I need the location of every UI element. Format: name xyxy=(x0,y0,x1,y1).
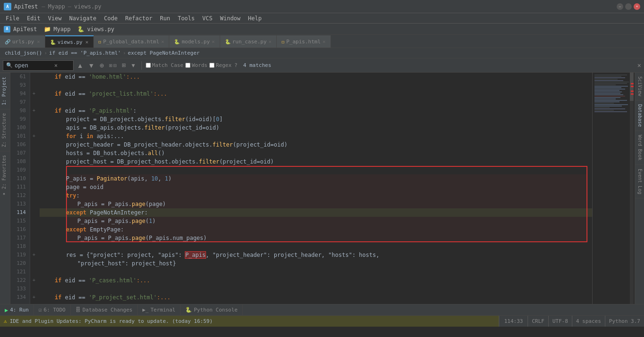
breadcrumb-separator-2: › xyxy=(123,50,126,56)
db-label: Database Changes xyxy=(83,307,132,313)
tab-global-html[interactable]: ◻ P_global_data.html × xyxy=(94,35,170,48)
find-in-path-button[interactable]: ⊕ xyxy=(98,62,106,69)
tool-todo[interactable]: ☑ 6: TODO xyxy=(34,304,71,315)
tab-icon-papis: ◻ xyxy=(281,39,284,44)
todo-label: 6: TODO xyxy=(44,307,66,313)
code-line-120: "project_host": project_host} xyxy=(40,259,592,268)
words-checkbox[interactable] xyxy=(185,63,190,68)
clear-search-icon[interactable]: × xyxy=(54,62,58,69)
menu-vcs[interactable]: VCS xyxy=(198,15,216,22)
search-close-button[interactable]: × xyxy=(637,62,641,69)
tab-close[interactable]: × xyxy=(37,39,40,45)
terminal-icon: ▶_ xyxy=(142,307,149,313)
breadcrumb-item-1[interactable]: child_json() xyxy=(5,50,42,56)
breadcrumb-item-2[interactable]: if eid == 'P_apis.html' xyxy=(49,50,121,56)
status-line-ending[interactable]: CRLF xyxy=(528,316,548,327)
prev-match-button[interactable]: ▲ xyxy=(75,62,85,69)
search-icon: 🔍 xyxy=(6,62,13,68)
tab-close-views[interactable]: × xyxy=(85,39,89,45)
replace-button[interactable]: ⊞⊟ xyxy=(107,63,118,68)
code-line-108: project_host = DB_project_host.objects.f… xyxy=(40,157,592,166)
menu-view[interactable]: View xyxy=(44,15,66,22)
code-line-111: page = ooid xyxy=(40,183,592,191)
line-num-119: 119 xyxy=(10,251,30,259)
search-bar: 🔍 × ▲ ▼ ⊕ ⊞⊟ ⊞ ▼ Match Case Words Regex … xyxy=(0,58,644,73)
right-tab-wordbook[interactable]: Word Book xyxy=(635,131,644,164)
line-num-118: 118 xyxy=(10,242,30,251)
tab-close-papis[interactable]: × xyxy=(322,39,326,45)
menu-run[interactable]: Run xyxy=(156,15,174,22)
help-icon[interactable]: ? xyxy=(234,62,238,68)
close-button[interactable]: × xyxy=(634,3,640,10)
menu-edit[interactable]: Edit xyxy=(23,15,44,22)
folder-icon: 📁 xyxy=(44,26,51,33)
tab-p-apis-html[interactable]: ◻ P_apis.html × xyxy=(277,35,331,48)
menu-refactor[interactable]: Refactor xyxy=(121,15,156,22)
tab-close-global[interactable]: × xyxy=(161,39,165,45)
status-indent[interactable]: 4 spaces xyxy=(572,316,605,327)
db-icon: 🗄 xyxy=(75,307,81,313)
run-icon: ▶ xyxy=(5,307,8,313)
project-folder-name: Myapp xyxy=(54,26,71,33)
code-line-61: if eid == 'home.html':... xyxy=(40,73,592,81)
run-label: 4: Run xyxy=(10,307,29,313)
title-separator: – xyxy=(42,3,45,10)
breadcrumb-separator-1: › xyxy=(44,50,47,56)
notification-text: IDE and Plugin Updates: PyCharm is ready… xyxy=(10,318,213,324)
regex-label[interactable]: Regex xyxy=(209,62,231,68)
minimize-button[interactable]: – xyxy=(617,3,623,10)
menu-code[interactable]: Code xyxy=(100,15,122,22)
words-text: Words xyxy=(192,62,207,68)
match-case-label[interactable]: Match Case xyxy=(146,62,183,68)
right-tab-sciview[interactable]: SciView xyxy=(635,73,644,100)
tab-label: urls.py xyxy=(12,39,34,45)
line-num-114: 114 xyxy=(10,208,30,217)
code-line-101: for i in apis:... xyxy=(40,132,592,140)
regex-checkbox[interactable] xyxy=(209,63,215,68)
line-num-122: 122 xyxy=(10,276,30,285)
tool-run[interactable]: ▶ 4: Run xyxy=(0,304,34,315)
breadcrumb-item-3[interactable]: except PageNotAnInteger xyxy=(128,50,199,56)
menu-tools[interactable]: Tools xyxy=(174,15,198,22)
status-language[interactable]: Python 3.7 xyxy=(605,316,644,327)
tab-icon-views: 🐍 xyxy=(50,40,56,45)
menu-window[interactable]: Window xyxy=(216,15,244,22)
tab-close-runcase[interactable]: × xyxy=(269,39,272,45)
maximize-button[interactable] xyxy=(625,3,632,10)
tool-db-changes[interactable]: 🗄 Database Changes xyxy=(71,304,138,315)
sidebar-tab-project[interactable]: 1: Project xyxy=(0,73,10,109)
menu-help[interactable]: Help xyxy=(244,15,265,22)
status-encoding[interactable]: UTF-8 xyxy=(548,316,572,327)
next-match-button[interactable]: ▼ xyxy=(87,62,96,69)
tab-urls-py[interactable]: 🔗 urls.py × xyxy=(0,35,45,48)
search-input[interactable] xyxy=(15,62,52,69)
code-line-115: P_apis = P_apis.page(1) xyxy=(40,217,592,225)
breadcrumb-bar: child_json() › if eid == 'P_apis.html' ›… xyxy=(0,48,644,58)
tab-icon-global: ◻ xyxy=(99,39,101,44)
status-position[interactable]: 114:33 xyxy=(499,316,528,327)
minimap xyxy=(592,73,635,304)
menu-file[interactable]: File xyxy=(2,15,23,22)
sidebar-tab-structure[interactable]: Z: Structure xyxy=(0,109,10,151)
sidebar-tab-favorites[interactable]: ★ 2: Favorites xyxy=(0,151,10,201)
code-line-133 xyxy=(40,285,592,293)
tab-icon: 🔗 xyxy=(5,39,10,44)
words-label[interactable]: Words xyxy=(185,62,207,68)
left-panel-tabs: 1: Project Z: Structure ★ 2: Favorites xyxy=(0,73,10,304)
menu-navigate[interactable]: Navigate xyxy=(66,15,100,22)
tool-python-console[interactable]: 🐍 Python Console xyxy=(181,304,243,315)
right-tab-eventlog[interactable]: Event Log xyxy=(635,165,644,198)
tab-run-case-py[interactable]: 🐍 run_case.py × xyxy=(220,35,277,48)
menu-bar: File Edit View Navigate Code Refactor Ru… xyxy=(0,13,644,24)
line-num-106: 106 xyxy=(10,140,30,149)
tab-models-py[interactable]: 🐍 models.py × xyxy=(169,35,220,48)
code-lines[interactable]: if eid == 'home.html':... if eid == 'pro… xyxy=(38,73,592,304)
right-tab-database[interactable]: Database xyxy=(635,100,644,131)
tab-close-models[interactable]: × xyxy=(212,39,215,45)
multiline-button[interactable]: ⊞ xyxy=(120,62,127,68)
filter-button[interactable]: ▼ xyxy=(129,62,138,69)
tab-views-py[interactable]: 🐍 views.py × xyxy=(45,35,94,48)
line-num-112: 112 xyxy=(10,191,30,200)
tool-terminal[interactable]: ▶_ Terminal xyxy=(138,304,181,315)
match-case-checkbox[interactable] xyxy=(146,63,151,68)
